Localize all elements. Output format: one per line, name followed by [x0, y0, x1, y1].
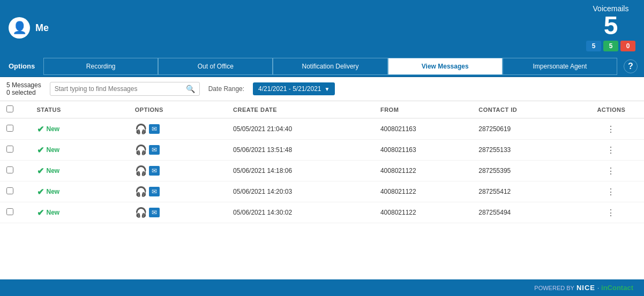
email-icon-0[interactable]: ✉: [149, 124, 160, 134]
search-icon: 🔍: [186, 85, 195, 93]
col-header-actions: ACTIONS: [579, 101, 644, 118]
incontact-logo: inContact: [601, 284, 633, 292]
header-left: 👤 Me: [9, 17, 49, 39]
search-box[interactable]: 🔍: [50, 82, 200, 96]
nav-options-label: Options: [0, 62, 43, 70]
options-icons-2: 🎧 ✉: [135, 165, 220, 177]
row-actions-4: ⋮: [579, 202, 644, 223]
row-checkbox-cell: [0, 181, 31, 202]
check-circle-icon-4: ✔: [37, 208, 44, 218]
actions-menu-1[interactable]: ⋮: [606, 146, 616, 155]
row-options-3: 🎧 ✉: [129, 181, 227, 202]
row-checkbox-cell: [0, 161, 31, 181]
selected-count: 0 selected: [6, 89, 41, 96]
row-createdate-0: 05/05/2021 21:04:40: [227, 118, 374, 140]
badge-green: 5: [603, 41, 618, 51]
actions-menu-3[interactable]: ⋮: [606, 187, 616, 196]
row-createdate-2: 05/06/2021 14:18:06: [227, 161, 374, 181]
check-circle-icon-1: ✔: [37, 145, 44, 155]
header-right: Voicemails 5 5 5 0: [586, 4, 635, 51]
row-status-4: ✔ New: [31, 202, 129, 223]
row-actions-3: ⋮: [579, 181, 644, 202]
options-icons-0: 🎧 ✉: [135, 123, 220, 135]
row-checkbox-2[interactable]: [6, 166, 13, 173]
email-icon-1[interactable]: ✉: [149, 145, 160, 155]
actions-menu-2[interactable]: ⋮: [606, 166, 616, 176]
row-from-2: 4008021122: [374, 161, 472, 181]
col-header-options: OPTIONS: [129, 101, 227, 118]
col-header-checkbox: [0, 101, 31, 118]
table-row: ✔ New 🎧 ✉ 05/06/2021 14:18:06 4008021122…: [0, 161, 644, 181]
col-header-contactid: CONTACT ID: [472, 101, 579, 118]
row-actions-0: ⋮: [579, 118, 644, 140]
row-contactid-4: 287255494: [472, 202, 579, 223]
select-all-checkbox[interactable]: [6, 105, 13, 112]
row-from-0: 4008021163: [374, 118, 472, 140]
email-icon-3[interactable]: ✉: [149, 187, 160, 196]
row-from-1: 4008021163: [374, 140, 472, 161]
tab-impersonate-agent[interactable]: Impersonate Agent: [503, 58, 617, 75]
check-circle-icon-2: ✔: [37, 166, 44, 176]
row-options-2: 🎧 ✉: [129, 161, 227, 181]
tab-view-messages[interactable]: View Messages: [388, 58, 503, 75]
row-contactid-1: 287255133: [472, 140, 579, 161]
status-new-0: ✔ New: [37, 124, 122, 134]
row-checkbox-1[interactable]: [6, 146, 13, 153]
messages-count: 5 Messages: [6, 81, 41, 89]
actions-menu-4[interactable]: ⋮: [606, 208, 616, 217]
email-icon-4[interactable]: ✉: [149, 208, 160, 217]
header: 👤 Me Voicemails 5 5 5 0: [0, 0, 644, 56]
badges: 5 5 0: [586, 41, 635, 51]
options-icons-1: 🎧 ✉: [135, 144, 220, 156]
powered-by-text: POWERED BY: [534, 285, 574, 291]
table-row: ✔ New 🎧 ✉ 05/06/2021 13:51:48 4008021163…: [0, 140, 644, 161]
row-checkbox-cell: [0, 118, 31, 140]
row-actions-2: ⋮: [579, 161, 644, 181]
row-status-0: ✔ New: [31, 118, 129, 140]
tab-notification-delivery[interactable]: Notification Delivery: [273, 58, 387, 75]
content-area: 5 Messages 0 selected 🔍 Date Range: 4/21…: [0, 77, 644, 279]
row-options-4: 🎧 ✉: [129, 202, 227, 223]
headset-icon-3[interactable]: 🎧: [135, 186, 147, 198]
row-status-1: ✔ New: [31, 140, 129, 161]
status-new-3: ✔ New: [37, 187, 122, 197]
app-container: 👤 Me Voicemails 5 5 5 0 Options Recordin…: [0, 0, 644, 296]
date-range-button[interactable]: 4/21/2021 - 5/21/2021 ▼: [253, 82, 335, 95]
row-options-0: 🎧 ✉: [129, 118, 227, 140]
row-contactid-2: 287255395: [472, 161, 579, 181]
user-name: Me: [35, 22, 49, 34]
date-range-label: Date Range:: [208, 85, 244, 93]
nav-bar: Options Recording Out of Office Notifica…: [0, 56, 644, 77]
check-circle-icon-0: ✔: [37, 124, 44, 134]
row-checkbox-0[interactable]: [6, 125, 13, 132]
row-checkbox-3[interactable]: [6, 187, 13, 194]
row-createdate-3: 05/06/2021 14:20:03: [227, 181, 374, 202]
col-header-status: STATUS: [31, 101, 129, 118]
tab-recording[interactable]: Recording: [43, 58, 158, 75]
row-checkbox-4[interactable]: [6, 208, 13, 215]
footer: POWERED BY NICE · inContact: [0, 279, 644, 296]
status-new-4: ✔ New: [37, 208, 122, 218]
powered-by: POWERED BY NICE · inContact: [534, 284, 633, 292]
search-input[interactable]: [55, 85, 186, 93]
row-contactid-3: 287255412: [472, 181, 579, 202]
headset-icon-2[interactable]: 🎧: [135, 165, 147, 177]
toolbar: 5 Messages 0 selected 🔍 Date Range: 4/21…: [0, 77, 644, 101]
email-icon-2[interactable]: ✉: [149, 166, 160, 176]
tab-out-of-office[interactable]: Out of Office: [158, 58, 273, 75]
help-button[interactable]: ?: [624, 59, 638, 73]
status-new-1: ✔ New: [37, 145, 122, 155]
options-icons-3: 🎧 ✉: [135, 186, 220, 198]
row-status-3: ✔ New: [31, 181, 129, 202]
headset-icon-4[interactable]: 🎧: [135, 207, 147, 218]
row-checkbox-cell: [0, 202, 31, 223]
date-range-arrow-icon: ▼: [325, 86, 330, 92]
row-createdate-4: 05/06/2021 14:30:02: [227, 202, 374, 223]
headset-icon-1[interactable]: 🎧: [135, 144, 147, 156]
headset-icon-0[interactable]: 🎧: [135, 123, 147, 135]
row-contactid-0: 287250619: [472, 118, 579, 140]
options-icons-4: 🎧 ✉: [135, 207, 220, 218]
avatar: 👤: [9, 17, 30, 39]
nice-logo: NICE: [576, 284, 595, 292]
actions-menu-0[interactable]: ⋮: [606, 125, 616, 134]
